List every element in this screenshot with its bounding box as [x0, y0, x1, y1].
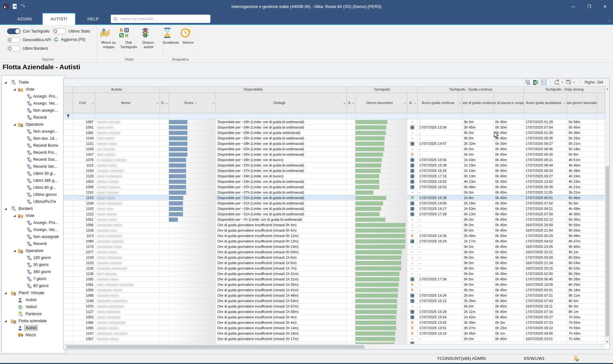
filter-cell-s[interactable]: [347, 113, 355, 119]
column-header-a[interactable]: A▼: [407, 93, 418, 113]
filter-cell-tp[interactable]: [494, 113, 524, 119]
table-row[interactable]: 1126xxxxxxxx xxxxxxxxxOre di guida giorn…: [64, 266, 605, 271]
expand-arrow-icon[interactable]: ◢: [4, 291, 7, 294]
tree-item-operatore[interactable]: ◢Operatore: [2, 121, 65, 128]
tree-item-assegn-pro[interactable]: Assegn. Pro...: [2, 93, 65, 100]
table-row[interactable]: 1152xxxxx xxxxxxxDisponibile per ~27h (L…: [64, 190, 605, 195]
manual-search-box[interactable]: [111, 15, 210, 23]
toggle-geocodifica-api[interactable]: Geocodifica API: [7, 37, 51, 43]
column-filter-icon[interactable]: ▼: [413, 101, 417, 106]
filter-cell-cod[interactable]: [73, 113, 95, 119]
tree-item-ultimo-giorno[interactable]: Ultimo giorno: [2, 191, 65, 198]
tree-item-operatore[interactable]: ◢Operatore: [2, 247, 65, 254]
tree-item-recenti[interactable]: Recenti: [2, 240, 65, 247]
mezzi-su-mappa-button[interactable]: Mezzi sumappa: [100, 27, 117, 49]
tree-item-non-assegnati[interactable]: Non assegnati: [2, 233, 65, 240]
table-row-partial[interactable]: [64, 342, 605, 344]
table-row[interactable]: 1087xxxxxx xxxxxxxDisponibile per ~18h (…: [64, 119, 605, 125]
tree-item-ultimi-365-g[interactable]: Ultimi 365 g...: [2, 177, 65, 184]
column-filter-icon[interactable]: ▼: [155, 101, 159, 106]
column-filter-icon[interactable]: ▼: [164, 101, 168, 106]
dati-tachigrafo-button[interactable]: h ⚒ DatiTachigrafo: [119, 27, 139, 49]
column-header-cod[interactable]: Cod▼: [73, 93, 95, 113]
search-zoom-icon[interactable]: [554, 79, 560, 85]
filter-cell-d[interactable]: [160, 113, 169, 119]
filter-cell-aq[interactable]: [524, 113, 567, 119]
column-header-gg[interactable]: Guida giorno lavorativo▼: [567, 93, 597, 113]
tab-help[interactable]: HELP: [80, 13, 107, 25]
expand-arrow-icon[interactable]: ◢: [13, 249, 16, 252]
column-filter-icon[interactable]: ▼: [342, 101, 346, 106]
filter-cell-gg[interactable]: [567, 113, 597, 119]
toggle-ultimo-stato[interactable]: Ultimo Stato: [53, 28, 90, 34]
column-header-d[interactable]: D▼: [160, 93, 169, 113]
table-row[interactable]: 1113xxxxx xxxxxxxxxOre di guida giornali…: [64, 233, 605, 239]
tree-item-180-giorni[interactable]: 180 giorni: [2, 254, 65, 261]
table-row[interactable]: 1128xxxxx xxxxxxxxxDisponibile per ~24h …: [64, 174, 605, 179]
maximize-button[interactable]: ❐: [581, 0, 597, 13]
expand-arrow-icon[interactable]: ◢: [13, 214, 16, 217]
table-row[interactable]: 1068xxxxxxx xxxxxOre di guida giornalier…: [64, 293, 605, 298]
table-row[interactable]: 1122xxxxx xxxxxxDisponibile per ~21h (Li…: [64, 212, 605, 217]
filter-cell-nome[interactable]: [95, 113, 160, 119]
tree-item-vettori[interactable]: €Vettori: [2, 303, 65, 310]
table-row[interactable]: 1127xxxxx xxxxxxxxOre di guida giornalie…: [64, 309, 605, 315]
table-row[interactable]: 1082xxxxxx xxxxxxxDisponibile per ~29h (…: [64, 130, 605, 136]
column-filter-icon[interactable]: ▼: [519, 101, 523, 106]
storico-button[interactable]: Storico: [180, 27, 196, 45]
column-header-det[interactable]: Dettagli▼: [216, 93, 347, 113]
column-header-edge[interactable]: [597, 93, 605, 113]
tree-item-non-assegn[interactable]: Non assegn...: [2, 107, 65, 114]
table-row[interactable]: 1053xxxxxx xxxxxxDisponibile per ~24h (L…: [64, 179, 605, 184]
table-row[interactable]: 1057xxxxxxx xxxxxOre di guida giornalier…: [64, 336, 605, 342]
expand-arrow-icon[interactable]: ◢: [4, 319, 7, 323]
table-row[interactable]: 1136xxxx xxxxxxxOre di guida giornaliere…: [64, 271, 605, 277]
table-row[interactable]: 1147xxxxxxxxx xxxxxxxxOre di guida giorn…: [64, 331, 605, 336]
tree-item-recenti-sist[interactable]: Recenti Sist...: [2, 156, 65, 163]
ribbon-collapse-icon[interactable]: ⌃: [608, 19, 611, 24]
tree-item-tratte[interactable]: ◢Tratte: [2, 79, 65, 86]
table-row[interactable]: 1109xxxxx xxxxxxxxxOre di guida giornali…: [64, 255, 605, 260]
table-row[interactable]: 1056xxxxxxxxx xxxxxOre di guida giornali…: [64, 222, 605, 228]
tree-item-recenti-vet[interactable]: Recenti Vet...: [2, 163, 65, 170]
column-filter-icon[interactable]: ▼: [351, 101, 354, 106]
layout-export-icon[interactable]: [541, 79, 547, 85]
table-row[interactable]: 1167xxxx xxxxxxDisponibile per ~26h (Lim…: [64, 152, 605, 157]
table-row[interactable]: 1051xxxxxx xxxxxDisponibile per ~7h (Lim…: [64, 217, 605, 222]
tree-item-non-assegn[interactable]: Non assegn...: [2, 128, 65, 135]
column-header-s[interactable]: S▼: [347, 93, 355, 113]
vertical-scroll-thumb[interactable]: [606, 166, 609, 336]
search-input[interactable]: [120, 16, 208, 21]
scroll-up-icon[interactable]: ▲: [605, 87, 609, 90]
tree-item-recenti-burns[interactable]: Recenti Burns: [2, 142, 65, 149]
column-chooser-dropdown-icon[interactable]: ▼: [573, 81, 575, 84]
excel-export-icon[interactable]: X: [533, 79, 539, 85]
tree-item-border[interactable]: ◢Borderò: [2, 205, 65, 212]
filter-cell-gutter[interactable]: [64, 113, 73, 119]
column-filter-icon[interactable]: ▼: [403, 101, 406, 106]
table-row[interactable]: 1115xxxxxx xxxxxDisponibile per ~22h (Li…: [64, 163, 605, 168]
table-row[interactable]: 1153xxxxx xxxxxDisponibile per ~21h (Lim…: [64, 195, 605, 201]
expand-arrow-icon[interactable]: ◢: [13, 88, 16, 91]
column-header-score[interactable]: Score↓▼: [169, 93, 216, 113]
toggle-con-tachigrafo[interactable]: Con Tachigrafo: [7, 28, 49, 34]
vertical-scrollbar[interactable]: ▲ ▼: [605, 86, 609, 344]
column-filter-icon[interactable]: ▼: [489, 101, 493, 106]
scroll-down-icon[interactable]: ▼: [605, 340, 609, 343]
table-row[interactable]: 1096xxxxxx xxxxxxxxxxOre di guida giorna…: [64, 320, 605, 325]
quick-access-caret-icon[interactable]: ▔▾: [21, 5, 25, 8]
table-row[interactable]: 1102xxxxx xxxxDisponibile per ~19h (Limi…: [64, 206, 605, 212]
table-row[interactable]: 1120xxxxxxx xxxxxxxOre di guida giornali…: [64, 260, 605, 266]
tree-item-recenti-pro[interactable]: Recenti Pro...: [2, 149, 65, 156]
table-row[interactable]: 1055xxxxxxx xxxxxOre di guida giornalier…: [64, 277, 605, 282]
horizontal-scrollbar[interactable]: [64, 344, 605, 349]
tree-item-viste[interactable]: ◢Viste: [2, 212, 65, 219]
tree-item-partenze[interactable]: Partenze: [2, 310, 65, 317]
toggle-switch-icon[interactable]: [53, 28, 66, 34]
table-row[interactable]: 1159xxxxxxx xxxxxxxxDisponibile per ~27h…: [64, 168, 605, 174]
column-header-tp[interactable]: Tempo di pausa in sospeso▼: [494, 93, 524, 113]
table-row[interactable]: 1075xxxxxx xxxxxxxxxOre di guida giornal…: [64, 304, 605, 309]
column-header-tg[interactable]: Tempo di guida continua▼: [462, 93, 494, 113]
table-row[interactable]: 1170xxxxxxxxx xxxxxOre di guida giornali…: [64, 244, 605, 249]
filter-cell-a[interactable]: [407, 113, 418, 119]
